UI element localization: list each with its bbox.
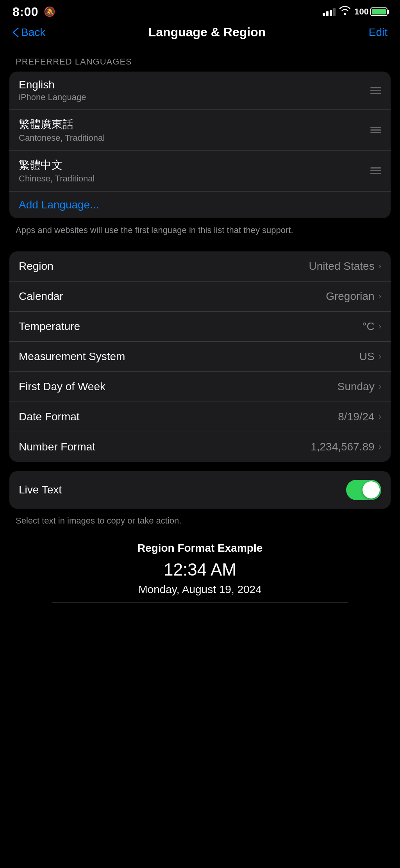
- first-day-label: First Day of Week: [19, 380, 105, 393]
- chevron-right-icon: ›: [379, 442, 381, 452]
- region-label: Region: [19, 260, 54, 273]
- language-subtitle: iPhone Language: [19, 92, 86, 102]
- date-format-row[interactable]: Date Format 8/19/24 ›: [9, 402, 391, 432]
- first-day-value: Sunday ›: [338, 380, 381, 393]
- add-language-button[interactable]: Add Language...: [9, 192, 391, 218]
- drag-handle[interactable]: [370, 87, 381, 94]
- language-info: 繁體中文 Chinese, Traditional: [19, 158, 95, 184]
- toggle-knob: [362, 481, 380, 499]
- language-name: English: [19, 79, 86, 91]
- edit-button[interactable]: Edit: [369, 26, 388, 39]
- nav-bar: Back Language & Region Edit: [0, 21, 400, 47]
- temperature-label: Temperature: [19, 320, 80, 333]
- measurement-row[interactable]: Measurement System US ›: [9, 342, 391, 372]
- chevron-right-icon: ›: [379, 382, 381, 392]
- back-label: Back: [21, 26, 45, 39]
- live-text-hint: Select text in images to copy or take ac…: [0, 509, 400, 533]
- drag-handle[interactable]: [370, 167, 381, 174]
- back-button[interactable]: Back: [12, 26, 45, 39]
- calendar-value: Gregorian ›: [326, 290, 381, 303]
- number-format-label: Number Format: [19, 441, 95, 453]
- chevron-right-icon: ›: [379, 321, 381, 332]
- signal-icon: [323, 7, 336, 16]
- chevron-right-icon: ›: [379, 291, 381, 301]
- wifi-icon: [339, 6, 350, 17]
- page-title: Language & Region: [148, 25, 266, 39]
- language-name: 繁體廣東話: [19, 117, 105, 132]
- calendar-row[interactable]: Calendar Gregorian ›: [9, 282, 391, 312]
- chevron-right-icon: ›: [379, 261, 381, 271]
- battery-percentage: 100: [354, 7, 369, 17]
- battery-icon: 100: [354, 7, 388, 17]
- language-subtitle: Cantonese, Traditional: [19, 133, 105, 143]
- list-item[interactable]: 繁體中文 Chinese, Traditional: [9, 151, 391, 191]
- list-item[interactable]: 繁體廣東話 Cantonese, Traditional: [9, 110, 391, 151]
- date-format-value: 8/19/24 ›: [338, 411, 381, 423]
- status-bar: 8:00 🔕 100: [0, 0, 400, 21]
- live-text-label: Live Text: [19, 484, 62, 496]
- drag-handle[interactable]: [370, 127, 381, 133]
- region-format-time: 12:34 AM: [16, 560, 384, 579]
- list-item[interactable]: English iPhone Language: [9, 72, 391, 110]
- first-day-row[interactable]: First Day of Week Sunday ›: [9, 372, 391, 402]
- live-text-toggle[interactable]: [346, 480, 381, 500]
- status-time: 8:00: [12, 5, 38, 19]
- date-format-label: Date Format: [19, 411, 80, 423]
- chevron-right-icon: ›: [379, 412, 381, 422]
- language-info: 繁體廣東話 Cantonese, Traditional: [19, 117, 105, 143]
- preferred-languages-label: PREFERRED LANGUAGES: [0, 57, 400, 72]
- live-text-row: Live Text: [9, 471, 391, 509]
- number-format-value: 1,234,567.89 ›: [311, 441, 381, 453]
- language-name: 繁體中文: [19, 158, 95, 172]
- region-row[interactable]: Region United States ›: [9, 251, 391, 282]
- preferred-languages-card: English iPhone Language 繁體廣東話 Cantonese,…: [9, 72, 391, 218]
- temperature-row[interactable]: Temperature °C ›: [9, 312, 391, 342]
- live-text-card: Live Text: [9, 471, 391, 509]
- calendar-label: Calendar: [19, 290, 63, 303]
- region-value: United States ›: [309, 260, 381, 273]
- measurement-label: Measurement System: [19, 350, 125, 363]
- region-settings-card: Region United States › Calendar Gregoria…: [9, 251, 391, 462]
- language-subtitle: Chinese, Traditional: [19, 174, 95, 184]
- chevron-right-icon: ›: [379, 352, 381, 362]
- region-format-section: Region Format Example 12:34 AM Monday, A…: [0, 542, 400, 603]
- region-format-date: Monday, August 19, 2024: [52, 583, 347, 603]
- measurement-value: US ›: [359, 350, 381, 363]
- status-icons: 100: [323, 6, 388, 17]
- number-format-row[interactable]: Number Format 1,234,567.89 ›: [9, 432, 391, 462]
- language-info: English iPhone Language: [19, 79, 86, 102]
- bell-slash-icon: 🔕: [44, 6, 55, 17]
- region-format-title: Region Format Example: [16, 542, 384, 554]
- languages-hint: Apps and websites will use the first lan…: [0, 218, 400, 242]
- temperature-value: °C ›: [362, 320, 381, 333]
